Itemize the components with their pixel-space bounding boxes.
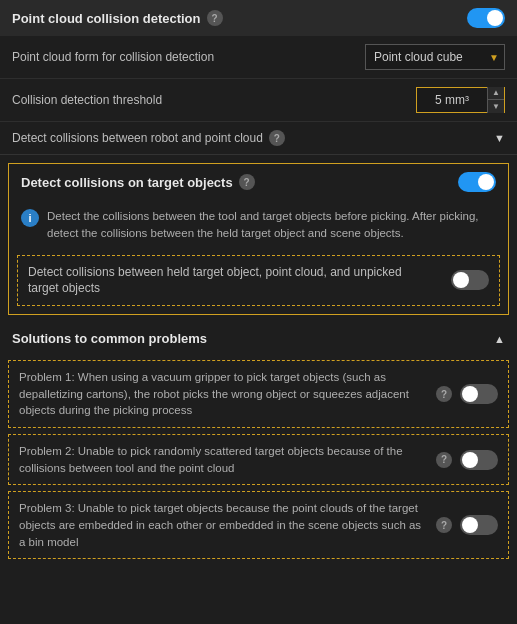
- target-objects-toggle[interactable]: [458, 172, 496, 192]
- threshold-spin-down[interactable]: ▼: [488, 100, 504, 113]
- target-objects-section: Detect collisions on target objects ? i …: [8, 163, 509, 315]
- form-row: Point cloud form for collision detection…: [0, 36, 517, 79]
- problem-row-2: Problem 2: Unable to pick randomly scatt…: [8, 434, 509, 485]
- point-cloud-title: Point cloud collision detection: [12, 11, 201, 26]
- problem-row-1: Problem 1: When using a vacuum gripper t…: [8, 360, 509, 428]
- threshold-spin-buttons: ▲ ▼: [487, 87, 504, 113]
- robot-help-icon[interactable]: ?: [269, 130, 285, 146]
- threshold-label: Collision detection threshold: [12, 93, 162, 107]
- held-object-toggle[interactable]: [451, 270, 489, 290]
- problem-3-text: Problem 3: Unable to pick target objects…: [19, 500, 430, 550]
- form-dropdown[interactable]: Point cloud cube: [365, 44, 505, 70]
- point-cloud-help-icon[interactable]: ?: [207, 10, 223, 26]
- robot-collapse-arrow[interactable]: ▼: [494, 132, 505, 144]
- problem-3-content: Problem 3: Unable to pick target objects…: [19, 500, 452, 550]
- problem-1-text: Problem 1: When using a vacuum gripper t…: [19, 369, 430, 419]
- solutions-collapse-arrow[interactable]: ▲: [494, 333, 505, 345]
- threshold-input-wrapper: 5 mm³ ▲ ▼: [416, 87, 505, 113]
- problem-3-toggle[interactable]: [460, 515, 498, 535]
- target-info-text: Detect the collisions between the tool a…: [47, 208, 496, 243]
- point-cloud-toggle[interactable]: [467, 8, 505, 28]
- problem-2-toggle[interactable]: [460, 450, 498, 470]
- problem-2-text: Problem 2: Unable to pick randomly scatt…: [19, 443, 430, 476]
- solutions-header: Solutions to common problems ▲: [0, 323, 517, 354]
- held-object-label: Detect collisions between held target ob…: [28, 264, 408, 298]
- target-objects-help-icon[interactable]: ?: [239, 174, 255, 190]
- problem-2-content: Problem 2: Unable to pick randomly scatt…: [19, 443, 452, 476]
- target-objects-header: Detect collisions on target objects ?: [9, 164, 508, 200]
- point-cloud-header-left: Point cloud collision detection ?: [12, 10, 223, 26]
- robot-row-left: Detect collisions between robot and poin…: [12, 130, 285, 146]
- problem-2-help-icon[interactable]: ?: [436, 452, 452, 468]
- robot-point-cloud-row: Detect collisions between robot and poin…: [0, 122, 517, 154]
- target-info-box: i Detect the collisions between the tool…: [9, 200, 508, 251]
- threshold-row: Collision detection threshold 5 mm³ ▲ ▼: [0, 79, 517, 122]
- info-icon: i: [21, 209, 39, 227]
- threshold-spin-up[interactable]: ▲: [488, 87, 504, 100]
- target-objects-header-left: Detect collisions on target objects ?: [21, 174, 255, 190]
- target-objects-title: Detect collisions on target objects: [21, 175, 233, 190]
- problem-1-help-icon[interactable]: ?: [436, 386, 452, 402]
- form-label: Point cloud form for collision detection: [12, 50, 214, 64]
- form-dropdown-wrapper: Point cloud cube ▼: [365, 44, 505, 70]
- problem-1-content: Problem 1: When using a vacuum gripper t…: [19, 369, 452, 419]
- held-object-row: Detect collisions between held target ob…: [17, 255, 500, 307]
- robot-label: Detect collisions between robot and poin…: [12, 131, 263, 145]
- problem-row-3: Problem 3: Unable to pick target objects…: [8, 491, 509, 559]
- point-cloud-header: Point cloud collision detection ?: [0, 0, 517, 36]
- point-cloud-section: Point cloud collision detection ? Point …: [0, 0, 517, 155]
- problem-3-help-icon[interactable]: ?: [436, 517, 452, 533]
- solutions-title: Solutions to common problems: [12, 331, 207, 346]
- threshold-value: 5 mm³: [417, 88, 487, 112]
- solutions-section: Solutions to common problems ▲ Problem 1…: [0, 323, 517, 559]
- problem-1-toggle[interactable]: [460, 384, 498, 404]
